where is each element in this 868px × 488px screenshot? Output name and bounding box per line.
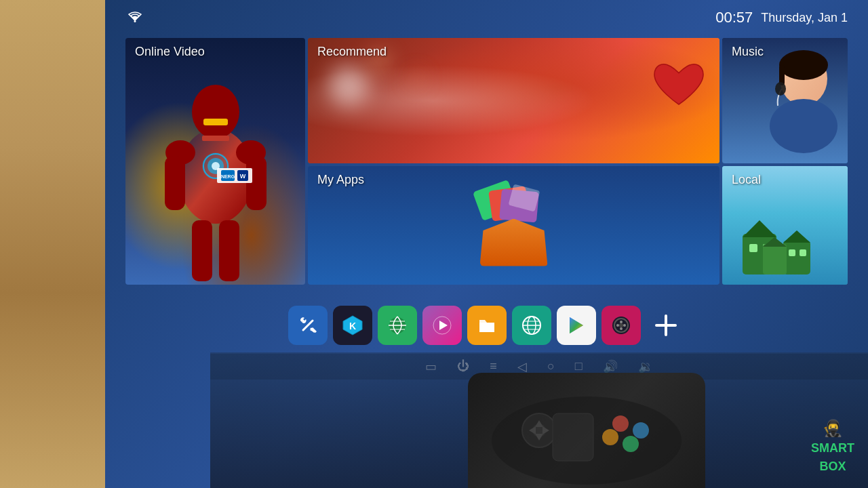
svg-point-72	[620, 327, 623, 330]
main-grid: Online Video Recommend	[105, 35, 868, 290]
svg-rect-29	[800, 249, 806, 256]
svg-point-73	[619, 323, 623, 327]
svg-point-17	[779, 50, 828, 80]
local-label: Local	[732, 173, 761, 187]
online-video-tile[interactable]: Online Video	[125, 38, 305, 285]
svg-text:ENERGY: ENERGY	[221, 174, 235, 179]
remote-area	[210, 352, 868, 488]
playstore-icon-btn[interactable]	[557, 306, 596, 345]
browser-icon-btn[interactable]	[378, 306, 417, 345]
date: Thursday, Jan 1	[761, 11, 848, 25]
wifi-icon	[125, 8, 144, 27]
svg-point-19	[770, 99, 837, 153]
datetime: 00:57 Thursday, Jan 1	[715, 9, 848, 26]
header: 00:57 Thursday, Jan 1	[105, 0, 868, 35]
kodi-icon-btn[interactable]: K	[333, 306, 372, 345]
clock: 00:57	[715, 9, 753, 26]
svg-point-69	[616, 324, 619, 327]
online-video-label: Online Video	[135, 45, 205, 59]
svg-rect-57	[479, 323, 494, 332]
recommend-label: Recommend	[317, 45, 387, 59]
svg-rect-11	[192, 220, 212, 281]
player-icon-btn[interactable]	[422, 306, 462, 345]
svg-rect-30	[763, 244, 787, 274]
local-tile[interactable]: Local	[722, 166, 848, 285]
svg-text:K: K	[349, 321, 355, 331]
svg-rect-10	[246, 156, 267, 210]
svg-rect-87	[553, 413, 593, 461]
svg-point-20	[775, 82, 786, 96]
gamepad-icon-btn[interactable]	[601, 306, 641, 345]
add-icon-btn[interactable]	[646, 306, 686, 345]
svg-rect-6	[203, 119, 228, 125]
svg-rect-28	[789, 249, 795, 256]
remote-device	[468, 373, 705, 488]
svg-point-85	[623, 436, 639, 452]
svg-text:W: W	[240, 173, 246, 180]
svg-rect-12	[219, 220, 239, 281]
svg-point-5	[192, 85, 239, 139]
tools-icon-btn[interactable]	[288, 306, 328, 345]
svg-point-70	[623, 324, 626, 327]
svg-point-71	[620, 321, 623, 323]
music-label: Music	[732, 45, 764, 59]
svg-rect-9	[165, 156, 185, 210]
app-bar: K	[105, 296, 868, 355]
music-tile[interactable]: Music	[722, 38, 848, 163]
svg-point-0	[134, 20, 136, 22]
svg-point-83	[612, 415, 629, 432]
svg-rect-26	[783, 241, 810, 274]
web-icon-btn[interactable]	[512, 306, 551, 345]
smartbox-logo: 🥷 SMARTBOX	[811, 419, 854, 474]
svg-marker-56	[439, 321, 448, 330]
tv-screen: 00:57 Thursday, Jan 1	[105, 0, 868, 488]
files-icon-btn[interactable]	[467, 306, 507, 345]
recommend-tile[interactable]: Recommend	[308, 38, 719, 163]
svg-rect-24	[749, 244, 757, 252]
svg-point-84	[633, 422, 649, 439]
my-apps-tile[interactable]: My Apps	[308, 166, 719, 285]
my-apps-label: My Apps	[317, 173, 364, 187]
svg-point-86	[602, 429, 618, 445]
svg-rect-13	[202, 136, 229, 141]
energy-badge: ENERGY W	[217, 168, 252, 183]
left-panel	[0, 0, 105, 488]
smartbox-text: SMARTBOX	[811, 441, 854, 472]
